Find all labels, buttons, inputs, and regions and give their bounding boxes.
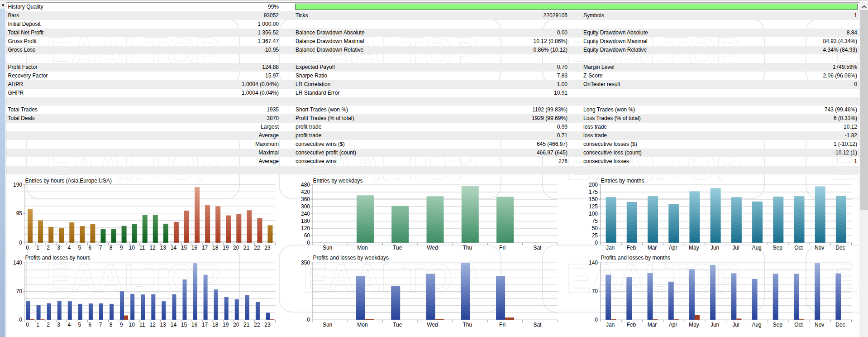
- svg-text:150: 150: [589, 196, 598, 202]
- svg-text:100: 100: [589, 211, 598, 217]
- svg-text:15: 15: [181, 322, 187, 328]
- svg-text:22: 22: [254, 245, 260, 251]
- svg-text:4: 4: [67, 322, 71, 328]
- svg-text:11: 11: [139, 322, 145, 328]
- svg-text:19: 19: [223, 322, 229, 328]
- svg-text:3: 3: [57, 245, 60, 251]
- svg-text:8: 8: [110, 245, 113, 251]
- svg-text:Jun: Jun: [711, 245, 719, 251]
- svg-text:16: 16: [191, 245, 198, 251]
- svg-text:Thu: Thu: [463, 245, 472, 251]
- svg-text:13: 13: [160, 322, 167, 328]
- svg-text:Apr: Apr: [669, 322, 677, 328]
- svg-text:Fri: Fri: [499, 245, 506, 251]
- svg-text:Profits and losses by months: Profits and losses by months: [601, 255, 670, 261]
- svg-text:0: 0: [307, 317, 310, 323]
- svg-text:1: 1: [36, 245, 39, 251]
- svg-text:Apr: Apr: [669, 245, 677, 251]
- svg-text:16: 16: [191, 322, 198, 328]
- svg-text:Tue: Tue: [393, 245, 402, 251]
- svg-text:4: 4: [67, 245, 71, 251]
- svg-text:Feb: Feb: [626, 245, 636, 251]
- svg-text:0: 0: [26, 245, 29, 251]
- svg-text:9: 9: [120, 322, 123, 328]
- svg-text:95: 95: [16, 210, 23, 217]
- svg-text:Entries by hours (Asia,Europe,: Entries by hours (Asia,Europe,USA): [25, 178, 112, 184]
- svg-text:350: 350: [301, 260, 310, 266]
- svg-text:Jan: Jan: [606, 245, 615, 251]
- svg-text:2: 2: [47, 245, 50, 251]
- svg-text:17: 17: [202, 322, 208, 328]
- svg-text:60: 60: [304, 232, 310, 239]
- svg-text:18: 18: [212, 245, 219, 251]
- svg-text:May: May: [689, 245, 699, 251]
- svg-text:Jul: Jul: [732, 245, 739, 251]
- svg-text:22: 22: [254, 322, 260, 328]
- svg-text:0: 0: [595, 240, 598, 246]
- svg-text:Entries by months: Entries by months: [601, 178, 644, 184]
- svg-text:6: 6: [89, 322, 92, 328]
- svg-text:420: 420: [301, 189, 310, 195]
- svg-text:19: 19: [223, 245, 229, 251]
- svg-text:Profits and losses by hours: Profits and losses by hours: [25, 255, 91, 261]
- svg-text:Mar: Mar: [648, 245, 657, 251]
- svg-text:3: 3: [57, 322, 60, 328]
- svg-text:Wed: Wed: [427, 322, 438, 328]
- svg-text:25: 25: [592, 232, 598, 239]
- svg-text:Sun: Sun: [323, 245, 332, 251]
- svg-text:21: 21: [243, 245, 250, 251]
- svg-text:0: 0: [19, 240, 22, 246]
- svg-text:6: 6: [89, 245, 92, 251]
- svg-text:7: 7: [99, 322, 102, 328]
- svg-text:20: 20: [233, 322, 239, 328]
- svg-text:Jun: Jun: [711, 322, 719, 328]
- svg-text:23: 23: [264, 322, 271, 328]
- svg-text:Nov: Nov: [815, 322, 824, 328]
- svg-text:11: 11: [139, 245, 145, 251]
- svg-text:12: 12: [150, 245, 156, 251]
- svg-text:Entries by weekdays: Entries by weekdays: [313, 178, 363, 184]
- svg-text:14: 14: [171, 245, 177, 251]
- svg-text:Jul: Jul: [732, 322, 739, 328]
- svg-text:120: 120: [301, 225, 310, 231]
- svg-text:Oct: Oct: [794, 322, 803, 328]
- svg-text:175: 175: [589, 189, 598, 195]
- svg-text:21: 21: [243, 322, 250, 328]
- svg-text:Sep: Sep: [773, 322, 783, 328]
- svg-text:5: 5: [78, 245, 81, 251]
- svg-text:5: 5: [78, 322, 81, 328]
- svg-text:480: 480: [301, 182, 310, 188]
- svg-text:Jan: Jan: [606, 322, 615, 328]
- svg-text:Oct: Oct: [794, 245, 803, 251]
- svg-text:0: 0: [26, 322, 29, 328]
- svg-text:1: 1: [36, 322, 39, 328]
- svg-text:0: 0: [595, 317, 598, 323]
- svg-text:Aug: Aug: [752, 245, 761, 251]
- svg-text:15: 15: [181, 245, 187, 251]
- svg-text:13: 13: [160, 245, 167, 251]
- svg-text:50: 50: [592, 225, 598, 231]
- svg-text:10: 10: [129, 245, 135, 251]
- svg-text:7: 7: [99, 245, 102, 251]
- svg-text:9: 9: [120, 245, 123, 251]
- svg-text:360: 360: [301, 196, 310, 202]
- svg-text:Profits and losses by weekdays: Profits and losses by weekdays: [313, 255, 389, 261]
- svg-text:Tue: Tue: [393, 322, 402, 328]
- svg-text:Sun: Sun: [323, 322, 332, 328]
- svg-text:2: 2: [47, 322, 50, 328]
- svg-text:300: 300: [301, 203, 310, 210]
- svg-text:180: 180: [301, 218, 310, 224]
- svg-text:Dec: Dec: [835, 322, 845, 328]
- svg-text:Mar: Mar: [648, 322, 657, 328]
- svg-text:Nov: Nov: [815, 245, 824, 251]
- svg-text:Dec: Dec: [835, 245, 845, 251]
- svg-text:Mon: Mon: [357, 322, 367, 328]
- svg-text:75: 75: [592, 218, 598, 224]
- svg-text:140: 140: [589, 260, 598, 266]
- svg-text:0: 0: [307, 240, 310, 246]
- svg-text:Wed: Wed: [427, 245, 438, 251]
- svg-text:140: 140: [13, 260, 22, 266]
- svg-text:8: 8: [110, 322, 113, 328]
- svg-text:Mon: Mon: [357, 245, 367, 251]
- svg-text:200: 200: [589, 182, 598, 188]
